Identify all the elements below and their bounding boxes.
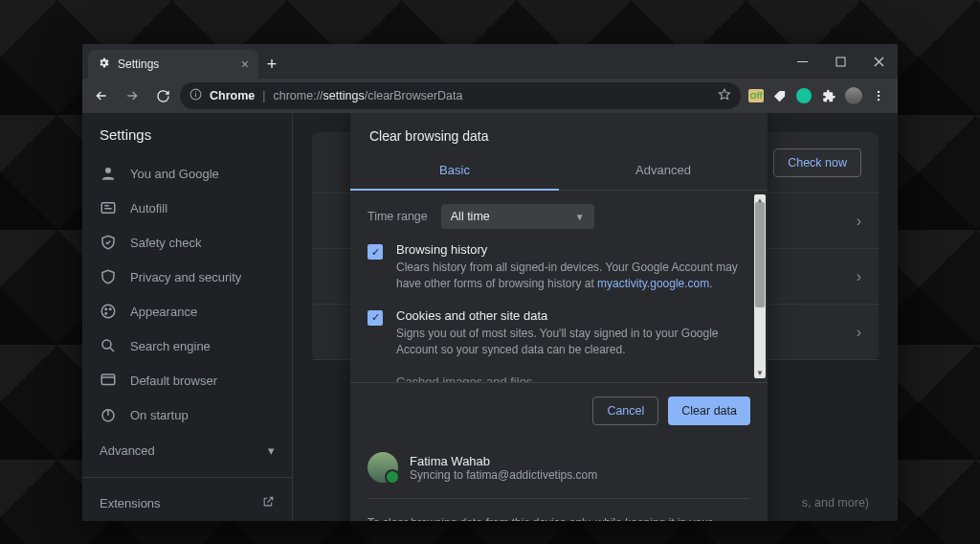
search-icon bbox=[100, 337, 117, 354]
close-window-button[interactable] bbox=[859, 44, 898, 79]
profile-avatar[interactable] bbox=[844, 86, 863, 105]
dialog-actions: Cancel Clear data bbox=[350, 382, 768, 439]
divider bbox=[82, 477, 292, 478]
myactivity-link[interactable]: myactivity.google.com bbox=[597, 277, 709, 290]
back-button[interactable] bbox=[88, 82, 115, 109]
tab-advanced[interactable]: Advanced bbox=[559, 153, 768, 191]
shield-icon bbox=[100, 268, 117, 285]
svg-point-8 bbox=[105, 168, 111, 173]
settings-title: Settings bbox=[82, 126, 292, 156]
svg-point-13 bbox=[105, 313, 107, 315]
titlebar: Settings × + bbox=[82, 44, 898, 79]
svg-point-10 bbox=[101, 305, 115, 318]
sidebar-item-on-startup[interactable]: On startup bbox=[82, 397, 292, 432]
cancel-button[interactable]: Cancel bbox=[592, 397, 658, 425]
chevron-down-icon: ▼ bbox=[575, 212, 585, 222]
time-range-label: Time range bbox=[368, 210, 428, 223]
window-controls bbox=[783, 44, 898, 79]
sync-account-row: Fatima Wahab Syncing to fatima@addictive… bbox=[350, 439, 768, 492]
person-icon bbox=[100, 165, 117, 182]
svg-rect-3 bbox=[195, 93, 196, 97]
chevron-down-icon: ▾ bbox=[268, 443, 275, 458]
dialog-title: Clear browsing data bbox=[350, 113, 768, 153]
svg-rect-4 bbox=[195, 91, 196, 92]
scrollbar-thumb[interactable] bbox=[755, 202, 765, 307]
divider bbox=[368, 498, 750, 499]
new-tab-button[interactable]: + bbox=[258, 50, 285, 79]
sidebar-item-default-browser[interactable]: Default browser bbox=[82, 363, 292, 397]
browser-window: Settings × + Chrome | chrome://settings/… bbox=[82, 44, 898, 521]
omnibox-url: chrome://settings/clearBrowserData bbox=[273, 89, 462, 102]
sync-name: Fatima Wahab bbox=[410, 454, 597, 468]
sidebar-item-appearance[interactable]: Appearance bbox=[82, 294, 292, 329]
menu-kebab-icon[interactable] bbox=[869, 86, 888, 105]
forward-button[interactable] bbox=[119, 82, 145, 109]
clear-browsing-data-dialog: Clear browsing data Basic Advanced Time … bbox=[350, 113, 768, 521]
checkbox-browsing-history[interactable]: ✓ Browsing history Clears history from a… bbox=[368, 242, 750, 293]
svg-rect-0 bbox=[797, 61, 808, 62]
svg-point-7 bbox=[878, 99, 880, 101]
time-range-select[interactable]: All time ▼ bbox=[441, 204, 594, 229]
svg-point-11 bbox=[105, 308, 107, 310]
content-area: Settings You and Google Autofill Safety … bbox=[82, 113, 898, 521]
dialog-body: Time range All time ▼ ✓ Browsing history… bbox=[350, 191, 768, 382]
svg-point-6 bbox=[878, 95, 880, 97]
tab-basic[interactable]: Basic bbox=[350, 153, 559, 191]
palette-icon bbox=[100, 303, 117, 320]
omnibox-scheme: Chrome bbox=[210, 89, 255, 102]
sidebar-item-privacy-security[interactable]: Privacy and security bbox=[82, 260, 292, 294]
toolbar-extensions: Off bbox=[745, 86, 892, 105]
clear-data-button[interactable]: Clear data bbox=[668, 397, 750, 425]
checkbox-desc: Signs you out of most sites. You'll stay… bbox=[396, 326, 750, 359]
extension-badge-icon[interactable]: Off bbox=[748, 89, 764, 102]
minimize-button[interactable] bbox=[783, 44, 821, 79]
sidebar-item-you-and-google[interactable]: You and Google bbox=[82, 156, 292, 191]
svg-rect-1 bbox=[836, 57, 845, 66]
checkbox-cookies[interactable]: ✓ Cookies and other site data Signs you … bbox=[368, 308, 750, 359]
svg-point-12 bbox=[110, 308, 112, 310]
sync-avatar bbox=[368, 452, 398, 483]
sidebar-about-chrome[interactable]: About Chrome bbox=[82, 520, 292, 521]
checkbox-icon[interactable]: ✓ bbox=[368, 310, 383, 326]
maximize-button[interactable] bbox=[821, 44, 859, 79]
address-bar[interactable]: Chrome | chrome://settings/clearBrowserD… bbox=[180, 82, 741, 109]
toolbar: Chrome | chrome://settings/clearBrowserD… bbox=[82, 79, 898, 113]
autofill-icon bbox=[100, 199, 117, 216]
scroll-down-icon[interactable]: ▼ bbox=[754, 367, 766, 378]
truncated-text: s, and more) bbox=[802, 496, 869, 510]
extensions-puzzle-icon[interactable] bbox=[819, 86, 838, 105]
checkbox-title: Cached images and files bbox=[396, 374, 532, 382]
checkbox-title: Cookies and other site data bbox=[396, 308, 750, 323]
tab-title: Settings bbox=[118, 57, 159, 71]
omnibox-separator: | bbox=[262, 89, 265, 102]
sidebar-extensions-link[interactable]: Extensions bbox=[82, 486, 292, 520]
browser-icon bbox=[100, 372, 117, 389]
close-tab-icon[interactable]: × bbox=[241, 57, 249, 72]
settings-sidebar: Settings You and Google Autofill Safety … bbox=[82, 113, 293, 521]
sidebar-advanced-toggle[interactable]: Advanced ▾ bbox=[82, 432, 292, 469]
checkbox-icon[interactable]: ✓ bbox=[368, 244, 383, 260]
sync-email: Syncing to fatima@addictivetips.com bbox=[410, 468, 597, 482]
tag-icon[interactable] bbox=[769, 86, 789, 105]
svg-point-5 bbox=[878, 91, 880, 93]
sidebar-item-autofill[interactable]: Autofill bbox=[82, 191, 292, 225]
checkbox-cached-images[interactable]: ✓ Cached images and files bbox=[368, 374, 750, 382]
external-link-icon bbox=[262, 495, 275, 510]
checkbox-desc: Clears history from all signed-in device… bbox=[396, 260, 750, 293]
bookmark-star-icon[interactable] bbox=[718, 88, 731, 104]
grammarly-icon[interactable] bbox=[794, 86, 813, 105]
svg-point-14 bbox=[102, 340, 111, 349]
site-info-icon[interactable] bbox=[189, 88, 202, 103]
sidebar-item-search-engine[interactable]: Search engine bbox=[82, 329, 292, 363]
dialog-fineprint: To clear browsing data from this device … bbox=[350, 505, 768, 521]
check-now-button[interactable]: Check now bbox=[773, 148, 861, 177]
dialog-scrollbar[interactable]: ▲ ▼ bbox=[754, 194, 766, 378]
sidebar-item-safety-check[interactable]: Safety check bbox=[82, 225, 292, 260]
shield-check-icon bbox=[100, 234, 117, 251]
browser-tab[interactable]: Settings × bbox=[88, 50, 258, 79]
checkbox-title: Browsing history bbox=[396, 242, 750, 257]
reload-button[interactable] bbox=[149, 82, 176, 109]
gear-icon bbox=[98, 57, 110, 72]
dialog-tabs: Basic Advanced bbox=[350, 153, 768, 191]
time-range-row: Time range All time ▼ bbox=[368, 204, 750, 229]
